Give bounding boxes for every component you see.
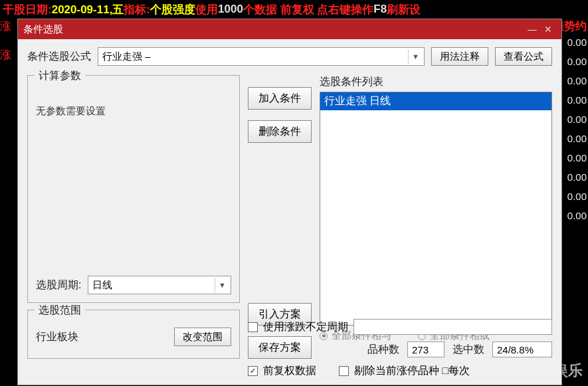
bg-text: 指标: bbox=[124, 2, 150, 17]
bg-text: 刷新设 bbox=[387, 2, 421, 17]
period-label: 选股周期: bbox=[36, 278, 81, 292]
exclude-limitup-label: 剔除当前涨停品种 □每次 bbox=[354, 364, 470, 378]
no-params-text: 无参数需要设置 bbox=[36, 105, 231, 118]
condition-listbox[interactable]: 行业走强 日线 bbox=[320, 92, 552, 326]
condition-stock-dialog: 条件选股 — ✕ 条件选股公式 行业走强 – ▼ 用法注释 查看公式 计算参数 … bbox=[17, 19, 562, 385]
calc-params-title: 计算参数 bbox=[35, 69, 85, 83]
view-formula-button[interactable]: 查看公式 bbox=[495, 47, 552, 66]
range-title: 选股范围 bbox=[35, 304, 85, 318]
bg-text: 干股 bbox=[3, 2, 25, 17]
chevron-down-icon[interactable]: ▼ bbox=[408, 49, 423, 64]
bg-value: 0.00 bbox=[560, 37, 588, 48]
period-combo[interactable]: 日线 ▼ bbox=[88, 276, 231, 294]
range-group: 选股范围 行业板块 改变范围 bbox=[27, 310, 240, 359]
bg-left-text: 涨 bbox=[0, 47, 17, 62]
forward-adjust-label: 前复权数据 bbox=[263, 364, 316, 378]
bg-text: 日期: bbox=[25, 2, 52, 17]
forward-adjust-checkbox[interactable] bbox=[248, 366, 258, 376]
exclude-limitup-checkbox[interactable] bbox=[339, 366, 349, 376]
bg-value: 0.00 bbox=[560, 152, 588, 163]
condition-list-item[interactable]: 行业走强 日线 bbox=[320, 92, 551, 110]
uncertain-period-label: 使用涨跌不定周期 bbox=[263, 320, 348, 334]
uncertain-period-checkbox[interactable] bbox=[248, 322, 258, 332]
variety-count-label: 品种数 bbox=[367, 343, 399, 357]
chevron-down-icon[interactable]: ▼ bbox=[215, 278, 229, 292]
bg-value: 0.00 bbox=[560, 114, 588, 125]
calc-params-group: 计算参数 无参数需要设置 选股周期: 日线 ▼ bbox=[27, 75, 240, 303]
bg-text: 个数据 前复权 点右键操作 bbox=[243, 2, 373, 17]
close-icon[interactable]: ✕ bbox=[540, 24, 556, 35]
bg-count: 1000 bbox=[218, 3, 243, 16]
condition-list-label: 选股条件列表 bbox=[320, 75, 552, 89]
variety-count-value: 273 bbox=[407, 341, 444, 357]
uncertain-period-input[interactable] bbox=[353, 319, 552, 335]
selected-count-value: 24/8.8% bbox=[492, 341, 552, 357]
bg-date: 2020-09-11,五 bbox=[52, 2, 124, 17]
bg-value: 0.00 bbox=[560, 191, 588, 202]
bg-value: 0.00 bbox=[560, 94, 588, 106]
minimize-icon[interactable]: — bbox=[524, 24, 540, 35]
formula-value: 行业走强 – bbox=[102, 50, 151, 63]
selected-count-label: 选中数 bbox=[452, 343, 484, 357]
change-range-button[interactable]: 改变范围 bbox=[174, 328, 231, 346]
bg-text: 使用 bbox=[195, 2, 218, 17]
add-condition-button[interactable]: 加入条件 bbox=[248, 87, 312, 110]
bg-value: 0.00 bbox=[560, 56, 588, 67]
bg-indicator: 个股强度 bbox=[150, 2, 195, 17]
dialog-title: 条件选股 bbox=[23, 23, 63, 36]
delete-condition-button[interactable]: 删除条件 bbox=[248, 120, 312, 143]
bg-value: 0.00 bbox=[560, 210, 588, 221]
bg-left-text: 涨 bbox=[0, 19, 17, 34]
range-value: 行业板块 bbox=[36, 330, 78, 344]
bg-key: F8 bbox=[373, 3, 387, 16]
bg-value: 0.00 bbox=[560, 133, 588, 144]
formula-label: 条件选股公式 bbox=[27, 50, 91, 64]
usage-notes-button[interactable]: 用法注释 bbox=[431, 47, 488, 66]
bg-value: 0.00 bbox=[560, 75, 588, 86]
formula-combo[interactable]: 行业走强 – ▼ bbox=[98, 47, 425, 66]
titlebar[interactable]: 条件选股 — ✕ bbox=[18, 19, 561, 39]
bg-value: 0.00 bbox=[560, 171, 588, 183]
period-value: 日线 bbox=[92, 279, 112, 292]
